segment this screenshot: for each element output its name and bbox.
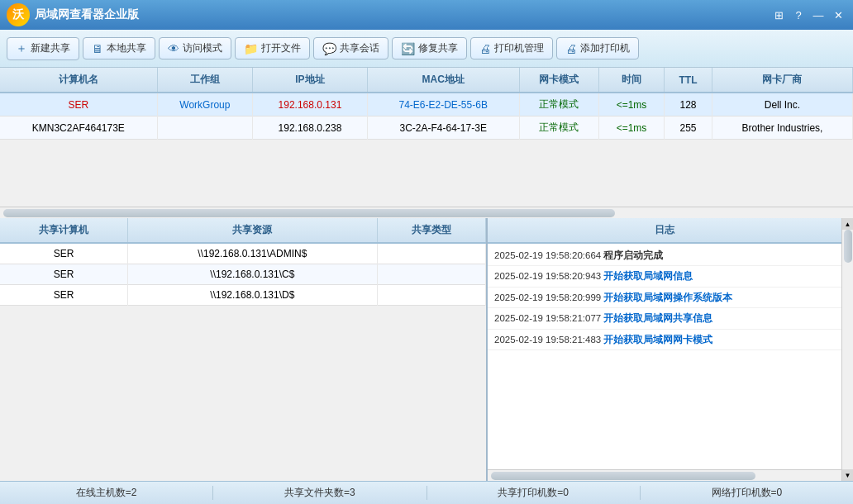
log-content[interactable]: 2025-02-19 19:58:20:664 程序启动完成2025-02-19…: [488, 244, 841, 469]
new-share-button[interactable]: ＋ 新建共享: [7, 37, 79, 60]
access-mode-label: 访问模式: [183, 41, 222, 55]
list-item: 2025-02-19 19:58:21:483 开始获取局域网网卡模式: [488, 330, 841, 350]
eye-icon: 👁: [168, 42, 179, 55]
share-talk-button[interactable]: 💬 共享会话: [313, 37, 388, 59]
plus-icon: ＋: [16, 41, 27, 56]
minimize-button[interactable]: —: [810, 7, 827, 23]
cell-ttl: 128: [665, 93, 712, 116]
vertical-scrollbar[interactable]: ▲ ▼: [841, 218, 853, 481]
cell-time: <=1ms: [598, 93, 664, 116]
scroll-thumb: [3, 209, 615, 217]
col-workgroup: 工作组: [157, 68, 253, 93]
cell-computer-name: KMN3C2AF464173E: [0, 116, 157, 140]
cell-shared-computer: SER: [0, 243, 128, 264]
cell-mode: 正常模式: [519, 116, 598, 140]
col-time: 时间: [598, 68, 664, 93]
refresh-icon: 🔄: [401, 42, 415, 55]
list-item: 2025-02-19 19:58:20:943 开始获取局域网信息: [488, 266, 841, 287]
col-vendor: 网卡厂商: [712, 68, 852, 93]
table-row[interactable]: SER \\192.168.0.131\ADMIN$: [0, 243, 486, 264]
log-timestamp: 2025-02-19 19:58:20:999: [494, 292, 603, 302]
printer-manage-label: 打印机管理: [494, 41, 544, 55]
scroll-up-button[interactable]: ▲: [842, 218, 854, 230]
scroll-down-button[interactable]: ▼: [842, 469, 854, 481]
add-printer-icon: 🖨: [565, 42, 577, 55]
close-button[interactable]: ✕: [830, 7, 846, 23]
log-message: 开始获取局域网共享信息: [603, 313, 712, 323]
chat-icon: 💬: [322, 42, 336, 55]
cell-shared-type: [377, 285, 485, 306]
scroll-track: [842, 230, 854, 469]
printer-manage-button[interactable]: 🖨 打印机管理: [470, 37, 553, 59]
col-computer-name: 计算机名: [0, 68, 157, 93]
log-message: 开始获取局域网操作系统版本: [603, 292, 732, 302]
repair-share-label: 修复共享: [418, 41, 458, 55]
cell-time: <=1ms: [598, 116, 664, 140]
log-header: 日志: [488, 218, 841, 244]
main-content: 计算机名 工作组 IP地址 MAC地址 网卡模式 时间 TTL 网卡厂商 SER…: [0, 68, 853, 481]
table-row[interactable]: SER \\192.168.0.131\D$: [0, 285, 486, 306]
log-area: 日志 2025-02-19 19:58:20:664 程序启动完成2025-02…: [488, 218, 841, 481]
cell-ip: 192.168.0.131: [253, 93, 368, 116]
title-controls: ⊞ ? — ✕: [770, 7, 846, 23]
list-item: 2025-02-19 19:58:21:077 开始获取局域网共享信息: [488, 308, 841, 329]
cell-shared-computer: SER: [0, 264, 128, 285]
network-table-wrapper: 计算机名 工作组 IP地址 MAC地址 网卡模式 时间 TTL 网卡厂商 SER…: [0, 68, 853, 218]
open-file-button[interactable]: 📁 打开文件: [235, 37, 310, 59]
v-scroll-thumb: [844, 230, 852, 263]
network-table-area: 计算机名 工作组 IP地址 MAC地址 网卡模式 时间 TTL 网卡厂商 SER…: [0, 68, 853, 207]
add-printer-button[interactable]: 🖨 添加打印机: [556, 37, 639, 59]
new-share-label: 新建共享: [31, 41, 70, 55]
cell-shared-type: [377, 243, 485, 264]
shared-table: 共享计算机 共享资源 共享类型 SER \\192.168.0.131\ADMI…: [0, 218, 486, 306]
cell-ttl: 255: [665, 116, 712, 140]
list-item: 2025-02-19 19:58:20:999 开始获取局域网操作系统版本: [488, 288, 841, 308]
log-scroll-thumb: [491, 472, 755, 480]
title-left: 沃 局域网查看器企业版: [7, 3, 139, 26]
list-item: 2025-02-19 19:58:20:664 程序启动完成: [488, 245, 841, 266]
table-row[interactable]: KMN3C2AF464173E 192.168.0.238 3C-2A-F4-6…: [0, 116, 853, 140]
title-bar: 沃 局域网查看器企业版 ⊞ ? — ✕: [0, 0, 853, 30]
help-button[interactable]: ?: [790, 7, 807, 23]
log-timestamp: 2025-02-19 19:58:21:483: [494, 335, 603, 345]
cell-shared-computer: SER: [0, 285, 128, 306]
col-mac: MAC地址: [367, 68, 519, 93]
share-talk-label: 共享会话: [340, 41, 379, 55]
log-timestamp: 2025-02-19 19:58:20:664: [494, 250, 603, 260]
col-mode: 网卡模式: [519, 68, 598, 93]
shared-table-area: 共享计算机 共享资源 共享类型 SER \\192.168.0.131\ADMI…: [0, 218, 488, 481]
cell-computer-name: SER: [0, 93, 157, 116]
open-file-label: 打开文件: [261, 41, 301, 55]
cell-shared-resource: \\192.168.0.131\C$: [128, 264, 377, 285]
log-timestamp: 2025-02-19 19:58:20:943: [494, 271, 603, 281]
cell-vendor: Brother Industries,: [712, 116, 852, 140]
cell-shared-resource: \\192.168.0.131\ADMIN$: [128, 243, 377, 264]
col-shared-computer: 共享计算机: [0, 218, 128, 243]
grid-button[interactable]: ⊞: [770, 7, 787, 23]
cell-shared-type: [377, 264, 485, 285]
horizontal-scrollbar[interactable]: [0, 207, 853, 218]
table-row[interactable]: SER \\192.168.0.131\C$: [0, 264, 486, 285]
repair-share-button[interactable]: 🔄 修复共享: [392, 37, 467, 59]
network-printers-status: 网络打印机数=0: [641, 486, 853, 500]
toolbar: ＋ 新建共享 🖥 本地共享 👁 访问模式 📁 打开文件 💬 共享会话 🔄 修复共…: [0, 30, 853, 68]
cell-mac: 3C-2A-F4-64-17-3E: [367, 116, 519, 140]
bottom-section: 共享计算机 共享资源 共享类型 SER \\192.168.0.131\ADMI…: [0, 218, 853, 481]
printer-icon: 🖨: [479, 42, 491, 55]
log-message: 程序启动完成: [603, 250, 663, 260]
monitor-icon: 🖥: [92, 42, 103, 55]
local-share-button[interactable]: 🖥 本地共享: [83, 37, 155, 59]
table-row[interactable]: SER WorkGroup 192.168.0.131 74-E6-E2-DE-…: [0, 93, 853, 116]
folder-icon: 📁: [244, 42, 258, 55]
shared-folders-status: 共享文件夹数=3: [213, 486, 426, 500]
cell-vendor: Dell Inc.: [712, 93, 852, 116]
log-message: 开始获取局域网网卡模式: [603, 335, 712, 345]
access-mode-button[interactable]: 👁 访问模式: [159, 37, 231, 59]
col-shared-resource: 共享资源: [128, 218, 377, 243]
cell-mode: 正常模式: [519, 93, 598, 116]
status-bar: 在线主机数=2 共享文件夹数=3 共享打印机数=0 网络打印机数=0: [0, 481, 853, 504]
log-timestamp: 2025-02-19 19:58:21:077: [494, 313, 603, 323]
shared-printers-status: 共享打印机数=0: [427, 486, 641, 500]
log-scrollbar[interactable]: [488, 469, 841, 481]
cell-mac: 74-E6-E2-DE-55-6B: [367, 93, 519, 116]
